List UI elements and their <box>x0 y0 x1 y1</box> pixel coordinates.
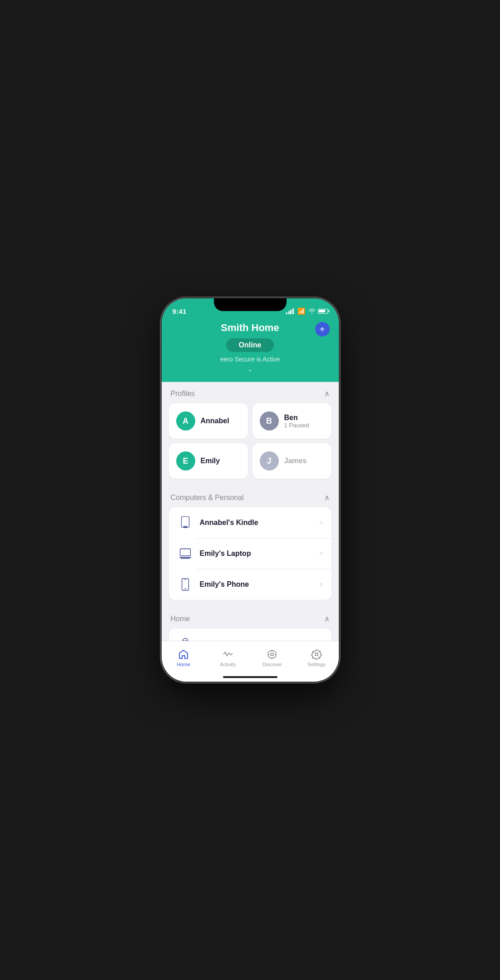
profiles-section-header[interactable]: Profiles ∧ <box>162 382 339 403</box>
computers-section-header[interactable]: Computers & Personal ∧ <box>162 486 339 507</box>
laptop-chevron-icon: > <box>319 550 323 557</box>
profile-avatar-james: J <box>260 451 279 470</box>
home-section-title: Home <box>171 615 190 623</box>
svg-point-25 <box>315 653 318 656</box>
device-name-kindle: Annabel's Kindle <box>200 519 313 527</box>
wifi-icon: 📶 <box>297 307 305 315</box>
device-echo[interactable]: Amazon Echo > <box>169 629 332 641</box>
profile-name-annabel: Annabel <box>201 417 229 425</box>
home-indicator <box>162 673 339 682</box>
nav-home[interactable]: Home <box>162 645 206 671</box>
device-phone[interactable]: Emily's Phone > <box>169 569 332 600</box>
profile-name-emily: Emily <box>201 457 220 465</box>
signal-icon <box>286 308 294 314</box>
activity-nav-icon <box>222 648 234 660</box>
kindle-icon <box>177 515 193 531</box>
profile-emily[interactable]: E Emily <box>169 443 248 479</box>
nav-settings-label: Settings <box>307 662 326 667</box>
settings-nav-icon <box>311 648 322 660</box>
device-laptop[interactable]: Emily's Laptop > <box>169 538 332 569</box>
computers-device-list: Annabel's Kindle > Emily's Laptop <box>169 507 332 600</box>
profile-avatar-emily: E <box>176 451 195 470</box>
svg-point-12 <box>185 640 186 641</box>
computers-chevron-icon: ∧ <box>324 493 330 502</box>
nav-home-label: Home <box>177 662 190 667</box>
nav-settings[interactable]: Settings <box>294 645 339 671</box>
profile-james[interactable]: J James <box>252 443 332 479</box>
profile-avatar-ben: B <box>260 411 279 431</box>
home-devices-section: Home ∧ <box>162 607 339 641</box>
svg-point-15 <box>187 640 188 641</box>
home-device-list: Amazon Echo > <box>169 629 332 641</box>
phone-device-icon <box>177 576 193 593</box>
profiles-section: Profiles ∧ A Annabel B Ben 1 Pau <box>162 382 339 486</box>
profile-name-james: James <box>284 457 307 465</box>
home-nav-icon <box>178 648 189 660</box>
nav-activity[interactable]: Activity <box>206 645 250 671</box>
profile-sub-ben: 1 Paused <box>284 422 309 429</box>
profile-avatar-annabel: A <box>176 411 195 431</box>
svg-point-9 <box>183 640 184 641</box>
secure-text: eero Secure is Active <box>220 356 280 363</box>
battery-icon <box>318 309 328 314</box>
echo-chevron-icon: > <box>319 640 323 641</box>
svg-rect-5 <box>182 579 188 590</box>
discover-nav-icon <box>266 648 278 660</box>
phone-screen: 9:41 📶 + <box>162 298 339 682</box>
home-chevron-icon: ∧ <box>324 614 330 623</box>
svg-point-20 <box>271 653 273 656</box>
phone-chevron-icon: > <box>319 581 323 588</box>
wifi-icon <box>308 308 316 314</box>
nav-discover-label: Discover <box>262 662 282 667</box>
kindle-chevron-icon: > <box>319 519 323 526</box>
home-section-header[interactable]: Home ∧ <box>162 607 339 629</box>
profiles-grid: A Annabel B Ben 1 Paused E <box>162 403 339 486</box>
device-name-phone: Emily's Phone <box>200 580 313 589</box>
header-chevron-icon[interactable]: ⌄ <box>248 366 253 373</box>
network-title: Smith Home <box>221 322 279 334</box>
add-button[interactable]: + <box>315 322 330 337</box>
svg-rect-3 <box>180 549 190 556</box>
nav-discover[interactable]: Discover <box>250 645 295 671</box>
profile-annabel[interactable]: A Annabel <box>169 403 248 439</box>
main-content: Profiles ∧ A Annabel B Ben 1 Pau <box>162 382 339 641</box>
app-header: + Smith Home Online eero Secure is Activ… <box>162 318 339 382</box>
profile-ben[interactable]: B Ben 1 Paused <box>252 403 332 439</box>
online-badge: Online <box>226 338 274 352</box>
device-name-echo: Amazon Echo <box>200 640 313 641</box>
notch <box>214 298 287 311</box>
profiles-section-title: Profiles <box>171 390 195 398</box>
bottom-navigation: Home Activity <box>162 641 339 673</box>
nav-activity-label: Activity <box>220 662 236 667</box>
status-time: 9:41 <box>173 307 187 315</box>
device-name-laptop: Emily's Laptop <box>200 549 313 558</box>
profile-name-ben: Ben <box>284 414 309 422</box>
echo-icon <box>177 636 193 641</box>
svg-rect-0 <box>181 517 189 527</box>
laptop-icon <box>177 545 193 562</box>
status-icons: 📶 <box>286 307 328 315</box>
phone-frame: 9:41 📶 + <box>162 298 339 682</box>
home-bar <box>223 676 277 678</box>
profiles-chevron-icon: ∧ <box>324 389 330 398</box>
computers-section-title: Computers & Personal <box>171 494 244 502</box>
device-kindle[interactable]: Annabel's Kindle > <box>169 507 332 538</box>
computers-section: Computers & Personal ∧ Annabel's Kindle <box>162 486 339 600</box>
